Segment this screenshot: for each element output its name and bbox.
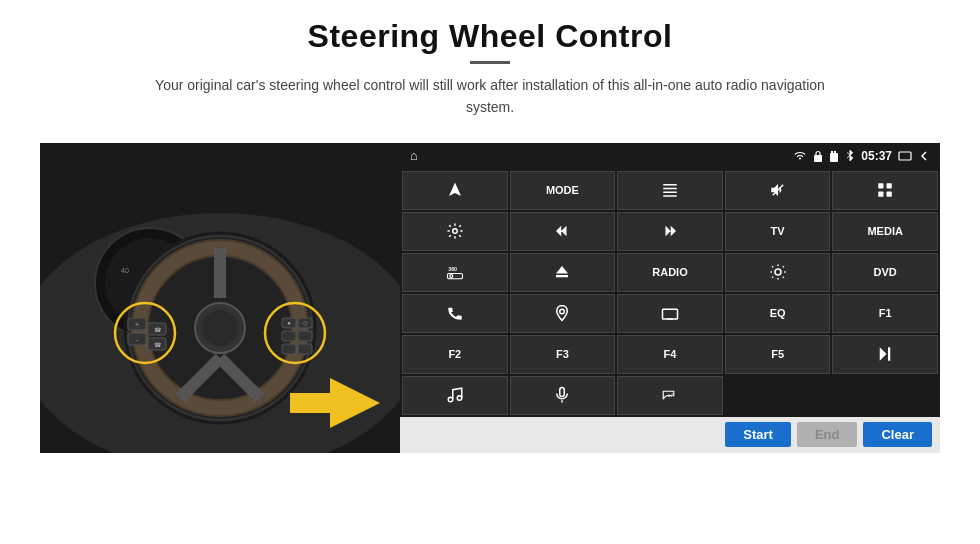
wifi-icon (793, 151, 807, 161)
btn-tv[interactable]: TV (725, 212, 831, 251)
btn-phone[interactable] (402, 294, 508, 333)
svg-rect-37 (814, 155, 822, 162)
status-left: ⌂ (410, 148, 418, 163)
btn-screen[interactable] (617, 294, 723, 333)
btn-eject[interactable] (510, 253, 616, 292)
btn-volphone[interactable]: ◂ / (617, 376, 723, 415)
svg-text:◂ /: ◂ / (666, 393, 673, 398)
svg-marker-54 (556, 266, 568, 274)
btn-music[interactable] (402, 376, 508, 415)
svg-rect-29 (282, 331, 296, 341)
status-bar: ⌂ (400, 143, 940, 169)
svg-text:40: 40 (121, 267, 129, 274)
btn-list[interactable] (617, 171, 723, 210)
page-title: Steering Wheel Control (150, 18, 830, 55)
btn-dvd[interactable]: DVD (832, 253, 938, 292)
svg-rect-55 (556, 275, 568, 277)
svg-rect-58 (662, 310, 677, 320)
btn-f3[interactable]: F3 (510, 335, 616, 374)
svg-point-16 (202, 310, 238, 346)
bluetooth-icon (845, 149, 855, 162)
svg-rect-46 (878, 184, 883, 189)
svg-point-62 (448, 398, 453, 403)
lock-icon (813, 150, 823, 162)
svg-text:360: 360 (448, 267, 457, 273)
button-grid: MODE (400, 169, 940, 417)
svg-point-57 (560, 310, 565, 315)
svg-text:☎: ☎ (154, 342, 162, 348)
svg-text:◇: ◇ (303, 320, 308, 326)
svg-marker-60 (880, 348, 887, 362)
android-panel: ⌂ (400, 143, 940, 453)
home-icon[interactable]: ⌂ (410, 148, 418, 163)
btn-empty1 (725, 376, 831, 415)
svg-text:☎: ☎ (154, 327, 162, 333)
title-section: Steering Wheel Control Your original car… (150, 18, 830, 133)
svg-rect-39 (831, 151, 833, 154)
svg-text:+: + (135, 321, 139, 328)
svg-rect-48 (878, 192, 883, 197)
clear-button[interactable]: Clear (863, 422, 932, 447)
svg-rect-44 (899, 152, 911, 160)
title-divider (470, 61, 510, 64)
btn-mic[interactable] (510, 376, 616, 415)
btn-mute[interactable] (725, 171, 831, 210)
page-subtitle: Your original car's steering wheel contr… (150, 74, 830, 119)
btn-empty2 (832, 376, 938, 415)
svg-rect-30 (298, 331, 312, 341)
svg-text:●: ● (287, 320, 291, 326)
btn-map[interactable] (510, 294, 616, 333)
btn-f5[interactable]: F5 (725, 335, 831, 374)
sd-icon (829, 150, 839, 162)
btn-360cam[interactable]: 360 (402, 253, 508, 292)
btn-f4[interactable]: F4 (617, 335, 723, 374)
btn-settings[interactable] (402, 212, 508, 251)
btn-mode[interactable]: MODE (510, 171, 616, 210)
btn-prev[interactable] (510, 212, 616, 251)
svg-rect-31 (282, 344, 296, 354)
svg-rect-61 (888, 348, 890, 362)
svg-point-50 (453, 229, 458, 234)
svg-rect-64 (560, 388, 565, 397)
svg-rect-49 (887, 192, 892, 197)
page-wrapper: Steering Wheel Control Your original car… (0, 0, 980, 544)
btn-media[interactable]: MEDIA (832, 212, 938, 251)
end-button[interactable]: End (797, 422, 858, 447)
btn-playpause[interactable] (832, 335, 938, 374)
svg-rect-36 (290, 393, 335, 413)
btn-apps[interactable] (832, 171, 938, 210)
btn-radio[interactable]: RADIO (617, 253, 723, 292)
start-button[interactable]: Start (725, 422, 791, 447)
btn-f1[interactable]: F1 (832, 294, 938, 333)
svg-rect-40 (834, 151, 836, 154)
action-bar: Start End Clear (400, 417, 940, 453)
svg-rect-47 (887, 184, 892, 189)
btn-f2[interactable]: F2 (402, 335, 508, 374)
svg-point-53 (450, 275, 453, 278)
btn-eq[interactable]: EQ (725, 294, 831, 333)
btn-brightness[interactable] (725, 253, 831, 292)
time-display: 05:37 (861, 149, 892, 163)
steering-wheel-image: 60 40 80 (40, 143, 400, 453)
window-icon (898, 151, 912, 161)
svg-point-56 (775, 269, 781, 275)
svg-rect-38 (830, 153, 838, 162)
svg-point-63 (457, 396, 462, 401)
back-arrow-icon[interactable] (918, 150, 930, 162)
btn-navigate[interactable] (402, 171, 508, 210)
btn-next[interactable] (617, 212, 723, 251)
svg-rect-32 (298, 344, 312, 354)
content-row: 60 40 80 (40, 143, 940, 453)
status-right: 05:37 (793, 149, 930, 163)
